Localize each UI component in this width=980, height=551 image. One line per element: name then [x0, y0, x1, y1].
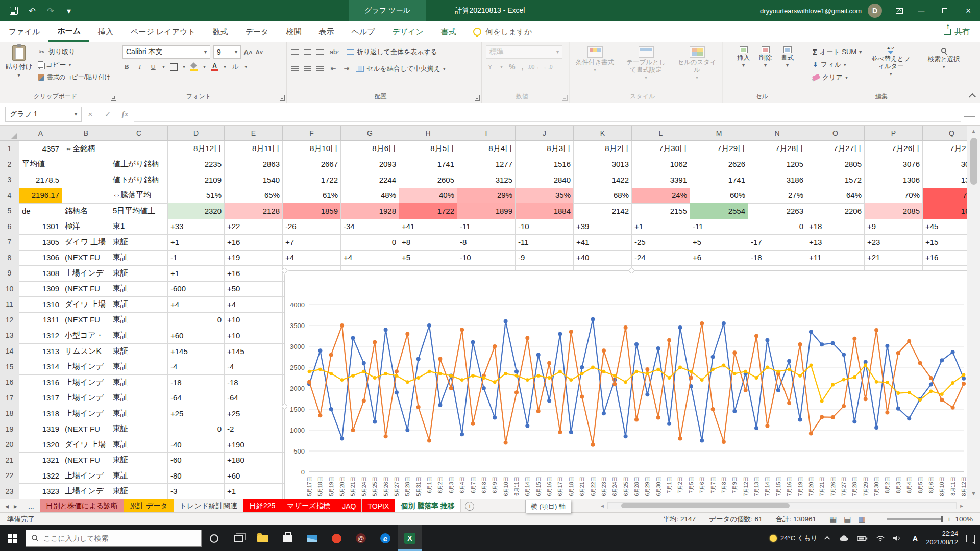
row-header-5[interactable]: 5 — [0, 203, 19, 219]
cell-N1[interactable]: 7月28日 — [748, 141, 806, 157]
cell-D22[interactable]: -80 — [168, 468, 225, 484]
cell-E19[interactable]: -2 — [225, 421, 283, 437]
cell-L2[interactable]: 1062 — [632, 157, 690, 173]
cell-M3[interactable]: 1741 — [690, 172, 748, 188]
cell-A18[interactable]: 1318 — [19, 406, 62, 422]
cell-J8[interactable]: -9 — [516, 250, 574, 266]
new-sheet-button[interactable]: + — [465, 502, 474, 511]
cell-C23[interactable]: 東証 — [110, 483, 168, 499]
edge-button[interactable]: e — [373, 525, 398, 551]
cell-C4[interactable]: ⇔騰落平均 — [110, 188, 168, 204]
cell-E4[interactable]: 65% — [225, 188, 283, 204]
cell-A8[interactable]: 1306 — [19, 250, 62, 266]
cell-D16[interactable]: -18 — [168, 374, 225, 391]
delete-cells-button[interactable]: 削除▾ — [757, 45, 774, 69]
cell-C1[interactable] — [110, 141, 168, 157]
row-header-14[interactable]: 14 — [0, 343, 19, 360]
cut-button[interactable]: ✂切り取り — [38, 45, 111, 58]
cell-L1[interactable]: 7月30日 — [632, 141, 690, 157]
vertical-scrollbar[interactable]: ▲ ▼ — [967, 126, 980, 499]
cell-H4[interactable]: 40% — [399, 188, 457, 204]
cell-E11[interactable]: +4 — [225, 296, 283, 313]
cell-B6[interactable]: 極洋 — [62, 219, 110, 235]
cell-A19[interactable]: 1319 — [19, 421, 62, 437]
decrease-indent-icon[interactable]: ⇤ — [329, 65, 337, 73]
sheet-tab-3[interactable]: トレンド統計関連 — [174, 499, 243, 512]
tab-scroll-left-icon[interactable]: ◂ — [5, 502, 9, 510]
ribbon-tab-9[interactable]: デザイン — [384, 21, 432, 42]
cell-H5[interactable]: 1722 — [399, 203, 457, 219]
cell-C8[interactable]: 東証 — [110, 250, 168, 266]
ime-indicator[interactable]: A — [913, 534, 918, 543]
row-header-20[interactable]: 20 — [0, 437, 19, 453]
cell-J6[interactable]: -10 — [516, 219, 574, 235]
font-color-icon[interactable]: A — [211, 63, 218, 71]
weather-widget[interactable]: 24°C くもり — [770, 534, 818, 543]
ribbon-tab-0[interactable]: ファイル — [0, 21, 48, 42]
zoom-out-icon[interactable]: − — [879, 515, 883, 523]
autosum-button[interactable]: Σオート SUM▾ — [813, 45, 862, 58]
cell-P6[interactable]: +9 — [865, 219, 923, 235]
cell-C18[interactable]: 東証 — [110, 406, 168, 422]
cell-O6[interactable]: +18 — [806, 219, 865, 235]
cell-O7[interactable]: +13 — [806, 234, 865, 251]
cell-A21[interactable]: 1321 — [19, 452, 62, 468]
formula-input[interactable] — [134, 107, 961, 122]
insert-function-icon[interactable]: fx — [116, 110, 134, 118]
cell-H1[interactable]: 8月5日 — [399, 141, 457, 157]
chart[interactable]: 050010001500200025003000350040005月17日5月1… — [284, 270, 967, 499]
cell-M8[interactable]: +6 — [690, 250, 748, 266]
cell-L4[interactable]: 24% — [632, 188, 690, 204]
cell-styles-button[interactable]: セルのスタイル▾ — [673, 45, 721, 81]
cell-N6[interactable]: 0 — [748, 219, 806, 235]
cell-K4[interactable]: 68% — [574, 188, 632, 204]
cell-D10[interactable]: -600 — [168, 281, 225, 297]
account-email[interactable]: dryyourtearswithlove1@gmail.com — [760, 7, 862, 15]
cell-C22[interactable]: 東証 — [110, 468, 168, 484]
cell-E13[interactable]: +10 — [225, 328, 283, 344]
sheet-tab-6[interactable]: JAQ — [336, 499, 362, 512]
cell-A16[interactable]: 1316 — [19, 374, 62, 391]
cell-C2[interactable]: 値上がり銘柄 — [110, 157, 168, 173]
file-explorer-button[interactable] — [251, 525, 275, 551]
cell-D6[interactable]: +33 — [168, 219, 225, 235]
row-header-6[interactable]: 6 — [0, 219, 19, 235]
email-app-button[interactable]: @ — [349, 525, 373, 551]
bold-button[interactable]: B — [122, 63, 131, 71]
sheet-tab-7[interactable]: TOPIX — [362, 499, 395, 512]
cell-G4[interactable]: 48% — [341, 188, 399, 204]
restore-button[interactable] — [933, 0, 957, 21]
font-size-combo[interactable]: 9▾ — [213, 45, 241, 59]
cell-B4[interactable] — [62, 188, 110, 204]
scroll-right-icon[interactable]: ▸ — [957, 503, 967, 509]
ribbon-tab-6[interactable]: 校閲 — [277, 21, 310, 42]
taskbar-search[interactable] — [26, 530, 202, 547]
cell-N5[interactable]: 2263 — [748, 203, 806, 219]
ribbon-display-options-icon[interactable] — [889, 0, 910, 21]
cell-F6[interactable]: -26 — [283, 219, 341, 235]
cell-N4[interactable]: 27% — [748, 188, 806, 204]
cell-K2[interactable]: 3013 — [574, 157, 632, 173]
taskbar-clock[interactable]: 22:24 2021/08/12 — [926, 530, 958, 547]
cell-D20[interactable]: -40 — [168, 437, 225, 453]
page-layout-view-icon[interactable]: ▤ — [844, 515, 851, 524]
cell-F2[interactable]: 2667 — [283, 157, 341, 173]
search-input[interactable] — [43, 534, 196, 542]
cell-B1[interactable]: ⇔全銘柄 — [62, 141, 110, 157]
middle-align-icon[interactable] — [304, 49, 311, 55]
cell-N2[interactable]: 1205 — [748, 157, 806, 173]
vertical-scroll-thumb[interactable] — [970, 138, 977, 185]
cell-C3[interactable]: 値下がり銘柄 — [110, 172, 168, 188]
cell-D3[interactable]: 2109 — [168, 172, 225, 188]
cell-N8[interactable]: -18 — [748, 250, 806, 266]
zoom-slider[interactable] — [887, 518, 943, 520]
column-header-F[interactable]: F — [283, 126, 341, 141]
column-header-P[interactable]: P — [865, 126, 923, 141]
cell-Q6[interactable]: +45 — [923, 219, 967, 235]
cell-I6[interactable]: -11 — [457, 219, 516, 235]
cortana-button[interactable] — [202, 525, 226, 551]
cell-K1[interactable]: 8月2日 — [574, 141, 632, 157]
cell-L7[interactable]: -25 — [632, 234, 690, 251]
sheet-tab-4[interactable]: 日経225 — [243, 499, 281, 512]
cell-C17[interactable]: 東証 — [110, 390, 168, 406]
